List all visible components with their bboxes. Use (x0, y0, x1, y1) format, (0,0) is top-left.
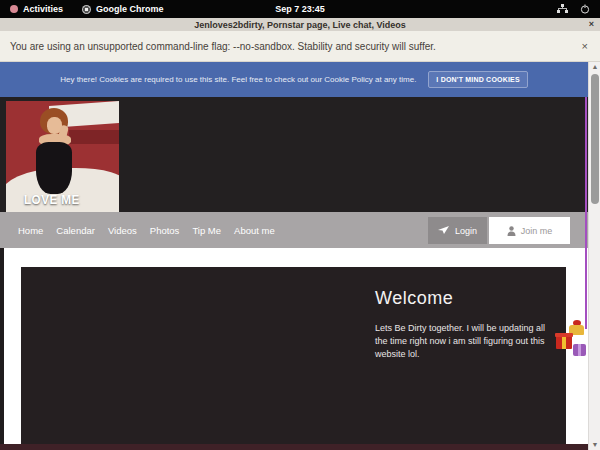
nav-items: Home Calendar Videos Photos Tip Me About… (0, 225, 275, 236)
photo-shelf (69, 130, 119, 144)
login-label: Login (455, 226, 477, 236)
gift-string (585, 97, 587, 329)
welcome-text: Lets Be Dirty together. I will be updati… (375, 322, 551, 361)
system-top-bar: Activities Google Chrome Sep 7 23:45 (0, 0, 600, 18)
login-arrow-icon (438, 226, 450, 235)
user-icon (507, 226, 516, 236)
welcome-title: Welcome (375, 288, 453, 309)
warning-message: You are using an unsupported command-lin… (10, 41, 436, 52)
scrollbar-up-icon[interactable]: ▲ (589, 62, 600, 72)
cookie-consent-bar: Hey there! Cookies are required to use t… (0, 62, 588, 97)
activities-button[interactable]: Activities (23, 4, 63, 14)
nav-item-photos[interactable]: Photos (150, 225, 180, 236)
photo-model-corset (36, 142, 72, 194)
warning-close-icon[interactable]: × (582, 40, 588, 52)
scrollbar[interactable]: ▲ ▼ (588, 62, 600, 450)
photo-caption: LOVE ME (24, 191, 80, 207)
page-footer-bar (0, 444, 588, 450)
active-app-menu[interactable]: Google Chrome (96, 4, 164, 14)
activities-indicator-icon (10, 5, 18, 13)
nav-item-about-me[interactable]: About me (234, 225, 275, 236)
scrollbar-down-icon[interactable]: ▼ (589, 440, 600, 450)
gift-purple-icon (573, 344, 586, 356)
cookie-accept-button[interactable]: I DON'T MIND COOKIES (428, 71, 527, 88)
chrome-icon (82, 5, 91, 14)
page-left-edge (0, 248, 4, 450)
nav-item-tip-me[interactable]: Tip Me (192, 225, 221, 236)
join-me-label: Join me (521, 226, 553, 236)
nav-item-calendar[interactable]: Calendar (56, 225, 95, 236)
network-icon[interactable] (557, 4, 568, 14)
join-me-button[interactable]: Join me (489, 217, 570, 244)
gift-red-icon (556, 335, 572, 349)
window-close-icon[interactable]: × (589, 18, 594, 31)
power-icon[interactable] (580, 4, 590, 14)
flag-warning-bar: You are using an unsupported command-lin… (0, 31, 600, 62)
login-button[interactable]: Login (428, 217, 487, 244)
hero-photo: LOVE ME (6, 101, 119, 212)
nav-item-videos[interactable]: Videos (108, 225, 137, 236)
window-title: Jenloves2bdirty, Pornstar page, Live cha… (194, 20, 406, 30)
nav-item-home[interactable]: Home (18, 225, 43, 236)
window-title-bar: Jenloves2bdirty, Pornstar page, Live cha… (0, 18, 600, 31)
cookie-message: Hey there! Cookies are required to use t… (60, 75, 416, 84)
scrollbar-thumb[interactable] (591, 74, 599, 204)
